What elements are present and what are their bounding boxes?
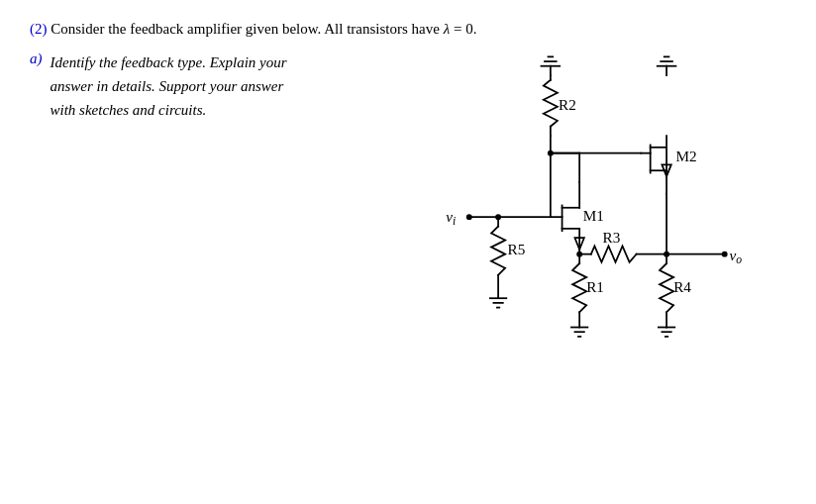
R1-label: R1: [586, 278, 604, 295]
svg-point-50: [722, 252, 728, 257]
problem-header: (2) Consider the feedback amplifier give…: [30, 18, 786, 41]
vi-label: vi: [446, 208, 456, 229]
R2-label: R2: [559, 96, 576, 113]
M2-label: M2: [675, 148, 696, 164]
svg-point-33: [548, 151, 554, 156]
svg-point-42: [576, 252, 582, 257]
lambda-expr: λ = 0: [444, 21, 473, 37]
vo-label: vo: [729, 247, 742, 267]
part-text: Identify the feedback type. Explain your…: [51, 50, 287, 122]
problem-number: (2): [30, 21, 48, 37]
circuit-svg: text { font-family: 'Times New Roman', s…: [317, 54, 772, 391]
problem-text: Consider the feedback amplifier given be…: [48, 21, 444, 37]
svg-point-24: [466, 214, 472, 220]
part-label: a): [30, 50, 43, 67]
R3-label: R3: [603, 229, 621, 246]
R5-label: R5: [507, 241, 525, 257]
page: (2) Consider the feedback amplifier give…: [0, 0, 816, 140]
circuit-diagram: text { font-family: 'Times New Roman', s…: [317, 54, 772, 391]
M1-label: M1: [583, 207, 604, 224]
svg-point-30: [495, 214, 501, 220]
R4-label: R4: [673, 278, 691, 295]
